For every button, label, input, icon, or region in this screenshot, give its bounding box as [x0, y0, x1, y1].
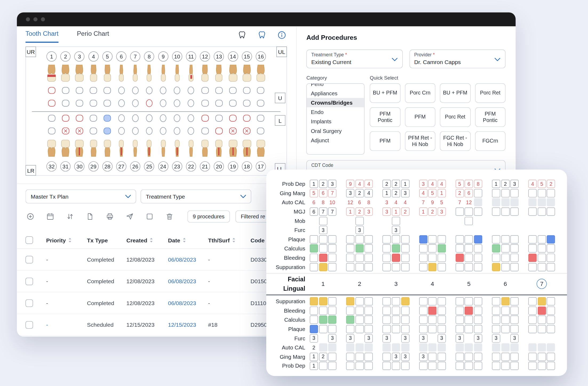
perio-cell[interactable]	[346, 325, 355, 333]
perio-cell[interactable]	[419, 245, 427, 253]
tooth-number[interactable]: 6	[116, 52, 126, 62]
perio-cell[interactable]: 3	[510, 180, 519, 188]
tooth-graphic[interactable]	[157, 139, 169, 159]
perio-cell[interactable]	[355, 217, 364, 225]
tooth-graphic[interactable]	[75, 126, 84, 137]
perio-cell[interactable]: 6	[310, 207, 318, 216]
perio-cell[interactable]: 3	[392, 226, 400, 234]
tooth-graphic[interactable]	[228, 126, 237, 137]
perio-cell[interactable]	[501, 235, 510, 243]
bleeding-marker[interactable]	[529, 254, 537, 262]
perio-cell[interactable]: 3	[392, 353, 400, 361]
perio-cell[interactable]	[310, 316, 318, 324]
perio-cell[interactable]	[401, 254, 409, 262]
perio-cell[interactable]: 7	[328, 189, 336, 197]
perio-cell[interactable]	[465, 297, 473, 306]
perio-cell[interactable]: 3	[319, 226, 327, 234]
perio-cell[interactable]	[328, 245, 336, 253]
perio-tooth-number[interactable]: 5	[464, 279, 474, 289]
perio-cell[interactable]: 3	[419, 353, 427, 361]
perio-cell[interactable]	[465, 325, 473, 333]
tooth-graphic[interactable]	[214, 99, 224, 109]
perio-cell[interactable]: 3	[419, 334, 427, 342]
perio-cell[interactable]	[465, 316, 473, 324]
perio-cell[interactable]	[510, 235, 519, 243]
perio-cell[interactable]	[465, 362, 473, 370]
perio-cell[interactable]	[529, 189, 537, 197]
perio-cell[interactable]	[392, 362, 400, 370]
perio-cell[interactable]	[365, 245, 373, 253]
date-link[interactable]: 06/08/2023	[168, 300, 208, 306]
tooth-graphic[interactable]	[131, 86, 140, 96]
tooth-graphic[interactable]	[89, 86, 98, 96]
category-item[interactable]: Appliances	[307, 89, 364, 98]
bleeding-marker[interactable]	[428, 306, 436, 315]
tooth-number[interactable]: 24	[158, 161, 168, 171]
tooth-graphic[interactable]	[157, 64, 169, 84]
bleeding-marker[interactable]	[319, 254, 327, 262]
column-header[interactable]: Date	[168, 237, 208, 243]
perio-cell[interactable]	[538, 263, 546, 271]
tooth-graphic[interactable]	[129, 64, 141, 84]
perio-cell[interactable]	[310, 235, 318, 243]
column-header[interactable]: Tth/Surf	[208, 237, 251, 243]
tooth-graphic[interactable]	[116, 64, 127, 84]
perio-cell[interactable]: 2	[401, 207, 409, 216]
perio-cell[interactable]: 3	[401, 353, 409, 361]
tooth-graphic[interactable]	[89, 126, 98, 137]
perio-cell[interactable]	[501, 189, 510, 197]
tooth-number[interactable]: 18	[242, 161, 252, 171]
perio-cell[interactable]	[455, 353, 464, 361]
perio-cell[interactable]	[355, 362, 364, 370]
tooth-graphic[interactable]	[228, 86, 237, 96]
perio-cell[interactable]	[401, 235, 409, 243]
tab-tooth-chart[interactable]: Tooth Chart	[26, 30, 59, 43]
tooth-graphic[interactable]	[214, 86, 224, 96]
perio-cell[interactable]	[365, 235, 373, 243]
tooth-graphic[interactable]	[159, 114, 168, 124]
perio-cell[interactable]	[383, 306, 391, 315]
perio-tooth-number[interactable]: 1	[318, 279, 328, 289]
column-header[interactable]: Tx Type	[87, 237, 126, 243]
tooth-number[interactable]: 16	[256, 52, 266, 62]
calculus-marker[interactable]	[355, 245, 364, 253]
perio-cell[interactable]	[438, 254, 446, 262]
perio-cell[interactable]	[401, 306, 409, 315]
perio-cell[interactable]: 2	[501, 180, 510, 188]
tooth-graphic[interactable]	[173, 99, 182, 109]
perio-cell[interactable]: 9	[346, 180, 355, 188]
quick-select-button[interactable]: BU + PFM	[440, 83, 471, 103]
perio-cell[interactable]	[474, 245, 482, 253]
perio-cell[interactable]: 3	[438, 207, 446, 216]
tooth-graphic[interactable]	[117, 126, 126, 137]
tooth-graphic[interactable]	[75, 86, 84, 96]
info-icon[interactable]	[277, 30, 287, 40]
perio-cell[interactable]: 3	[355, 226, 364, 234]
perio-cell[interactable]	[474, 189, 482, 197]
select-all-checkbox[interactable]	[26, 237, 33, 244]
perio-cell[interactable]: 3	[365, 207, 373, 216]
tooth-graphic[interactable]	[46, 139, 58, 159]
tooth-graphic[interactable]	[131, 99, 140, 109]
perio-cell[interactable]	[401, 263, 409, 271]
category-item[interactable]: Implants	[307, 117, 364, 126]
tooth-graphic[interactable]	[242, 99, 251, 109]
perio-cell[interactable]	[474, 353, 482, 361]
tooth-shield-icon[interactable]	[257, 30, 267, 40]
perio-cell[interactable]	[392, 325, 400, 333]
perio-cell[interactable]	[419, 316, 427, 324]
perio-cell[interactable]	[355, 325, 364, 333]
row-checkbox[interactable]	[26, 277, 33, 285]
tooth-graphic[interactable]	[228, 99, 237, 109]
perio-cell[interactable]	[547, 297, 555, 306]
perio-cell[interactable]	[365, 306, 373, 315]
perio-cell[interactable]	[547, 316, 555, 324]
perio-cell[interactable]: 3	[365, 334, 373, 342]
perio-cell[interactable]	[474, 207, 482, 216]
perio-cell[interactable]	[355, 297, 364, 306]
tooth-graphic[interactable]	[145, 114, 154, 124]
perio-cell[interactable]	[383, 235, 391, 243]
perio-cell[interactable]	[501, 263, 510, 271]
perio-cell[interactable]	[392, 297, 400, 306]
tooth-graphic[interactable]	[201, 99, 210, 109]
